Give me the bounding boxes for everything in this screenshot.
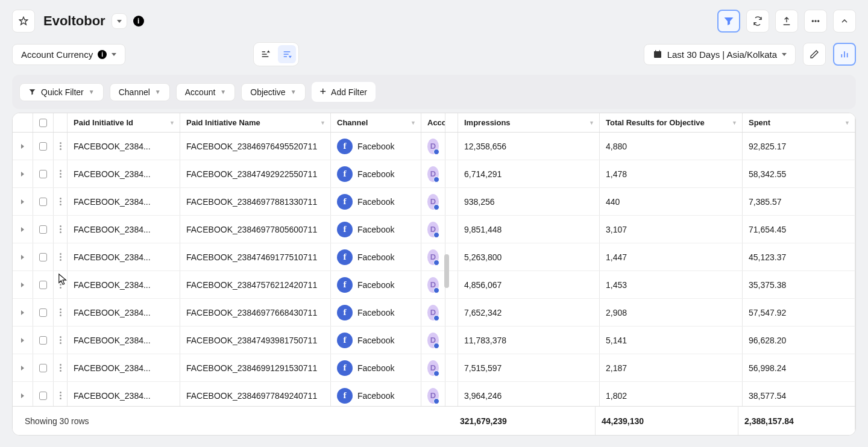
quick-filter-chip[interactable]: Quick Filter ▼ xyxy=(19,83,104,101)
refresh-button[interactable] xyxy=(746,10,769,33)
table-row[interactable]: FACEBOOK_2384... FACEBOOK_23847492922550… xyxy=(13,160,855,188)
upload-icon xyxy=(782,16,791,26)
status-dot-icon xyxy=(433,315,439,321)
split-cell xyxy=(445,188,458,215)
row-menu[interactable] xyxy=(54,271,68,298)
row-menu[interactable] xyxy=(54,382,68,407)
more-button[interactable] xyxy=(804,10,827,33)
table-row[interactable]: FACEBOOK_2384... FACEBOOK_23846977668430… xyxy=(13,299,855,327)
account-currency-dropdown[interactable]: Account Currency i xyxy=(12,44,125,65)
expand-row[interactable] xyxy=(13,243,33,270)
col-spent-header[interactable]: Spent▼ xyxy=(743,113,855,132)
table-row[interactable]: FACEBOOK_2384... FACEBOOK_23846976495520… xyxy=(13,133,855,160)
expand-row[interactable] xyxy=(13,354,33,381)
table-row[interactable]: FACEBOOK_2384... FACEBOOK_23846977881330… xyxy=(13,188,855,216)
add-filter-button[interactable]: + Add Filter xyxy=(312,82,376,102)
checkbox-icon xyxy=(39,392,47,400)
expand-row[interactable] xyxy=(13,133,33,160)
row-menu[interactable] xyxy=(54,354,68,381)
row-checkbox[interactable] xyxy=(33,271,54,298)
edit-button[interactable] xyxy=(803,43,826,66)
expand-row[interactable] xyxy=(13,216,33,243)
account-avatar: D xyxy=(427,360,439,376)
row-menu[interactable] xyxy=(54,327,68,354)
split-divider[interactable] xyxy=(445,113,458,132)
view-mode-expanded[interactable] xyxy=(278,45,296,63)
caret-right-icon xyxy=(21,144,24,149)
table-row[interactable]: FACEBOOK_2384... FACEBOOK_23847576212420… xyxy=(13,271,855,299)
row-checkbox[interactable] xyxy=(33,382,54,407)
cell-channel: fFacebook xyxy=(331,354,421,381)
cell-spent: 58,342.55 xyxy=(743,160,855,187)
row-menu[interactable] xyxy=(54,216,68,243)
checkbox-icon xyxy=(39,253,47,261)
objective-filter-chip[interactable]: Objective ▼ xyxy=(241,83,305,101)
row-checkbox[interactable] xyxy=(33,243,54,270)
table-row[interactable]: FACEBOOK_2384... FACEBOOK_23847469177510… xyxy=(13,243,855,271)
facebook-icon: f xyxy=(337,277,353,293)
row-checkbox[interactable] xyxy=(33,188,54,215)
col-name-header[interactable]: Paid Initiative Name▼ xyxy=(180,113,331,132)
export-button[interactable] xyxy=(775,10,798,33)
col-account-header[interactable]: Acco xyxy=(421,113,445,132)
date-range-picker[interactable]: Last 30 Days | Asia/Kolkata xyxy=(644,44,796,65)
expand-row[interactable] xyxy=(13,188,33,215)
row-checkbox[interactable] xyxy=(33,216,54,243)
cell-impressions: 11,783,378 xyxy=(458,327,600,354)
col-impressions-header[interactable]: Impressions▼ xyxy=(458,113,600,132)
status-dot-icon xyxy=(433,204,439,210)
cell-channel: fFacebook xyxy=(331,216,421,243)
table-row[interactable]: FACEBOOK_2384... FACEBOOK_23846991291530… xyxy=(13,354,855,382)
table-row[interactable]: FACEBOOK_2384... FACEBOOK_23846977849240… xyxy=(13,382,855,407)
chart-button[interactable] xyxy=(833,43,856,66)
select-all-header[interactable] xyxy=(33,113,54,132)
footer-results: 44,239,130 xyxy=(596,407,738,435)
col-channel-header[interactable]: Channel▼ xyxy=(331,113,421,132)
star-button[interactable] xyxy=(12,10,35,33)
vertical-scrollbar[interactable] xyxy=(444,254,450,381)
cell-spent: 45,123.37 xyxy=(743,243,855,270)
col-id-header[interactable]: Paid Initiative Id▼ xyxy=(68,113,180,132)
expand-row[interactable] xyxy=(13,160,33,187)
split-cell xyxy=(445,216,458,243)
facebook-icon: f xyxy=(337,166,353,182)
cell-spent: 35,375.38 xyxy=(743,271,855,298)
row-checkbox[interactable] xyxy=(33,327,54,354)
row-checkbox[interactable] xyxy=(33,299,54,326)
filter-button[interactable] xyxy=(717,10,740,33)
expand-row[interactable] xyxy=(13,327,33,354)
cell-channel: fFacebook xyxy=(331,160,421,187)
cell-account: D xyxy=(421,188,445,215)
row-checkbox[interactable] xyxy=(33,354,54,381)
info-icon[interactable]: i xyxy=(133,16,144,27)
cell-impressions: 6,714,291 xyxy=(458,160,600,187)
expand-row[interactable] xyxy=(13,271,33,298)
cell-id: FACEBOOK_2384... xyxy=(68,382,180,407)
cell-impressions: 9,851,448 xyxy=(458,216,600,243)
row-checkbox[interactable] xyxy=(33,160,54,187)
expand-row[interactable] xyxy=(13,382,33,407)
split-cell xyxy=(445,382,458,407)
table-row[interactable]: FACEBOOK_2384... FACEBOOK_23846977805600… xyxy=(13,216,855,243)
account-avatar: D xyxy=(427,222,439,237)
table-footer: Showing 30 rows 321,679,239 44,239,130 2… xyxy=(13,406,855,435)
row-menu[interactable] xyxy=(54,160,68,187)
date-range-label: Last 30 Days | Asia/Kolkata xyxy=(667,49,777,60)
row-checkbox[interactable] xyxy=(33,133,54,160)
plus-icon: + xyxy=(320,86,327,98)
view-mode-compact[interactable] xyxy=(256,45,274,63)
checkbox-icon xyxy=(39,198,47,206)
channel-filter-chip[interactable]: Channel ▼ xyxy=(110,83,170,101)
row-menu[interactable] xyxy=(54,243,68,270)
row-menu[interactable] xyxy=(54,188,68,215)
more-horizontal-icon xyxy=(811,16,820,26)
title-dropdown[interactable] xyxy=(112,13,127,29)
account-filter-chip[interactable]: Account ▼ xyxy=(176,83,236,101)
row-menu[interactable] xyxy=(54,133,68,160)
collapse-button[interactable] xyxy=(833,10,856,33)
row-menu[interactable] xyxy=(54,299,68,326)
expand-row[interactable] xyxy=(13,299,33,326)
col-results-header[interactable]: Total Results for Objective▼ xyxy=(600,113,743,132)
table-row[interactable]: FACEBOOK_2384... FACEBOOK_23847493981750… xyxy=(13,327,855,354)
chevron-up-icon xyxy=(840,16,849,26)
